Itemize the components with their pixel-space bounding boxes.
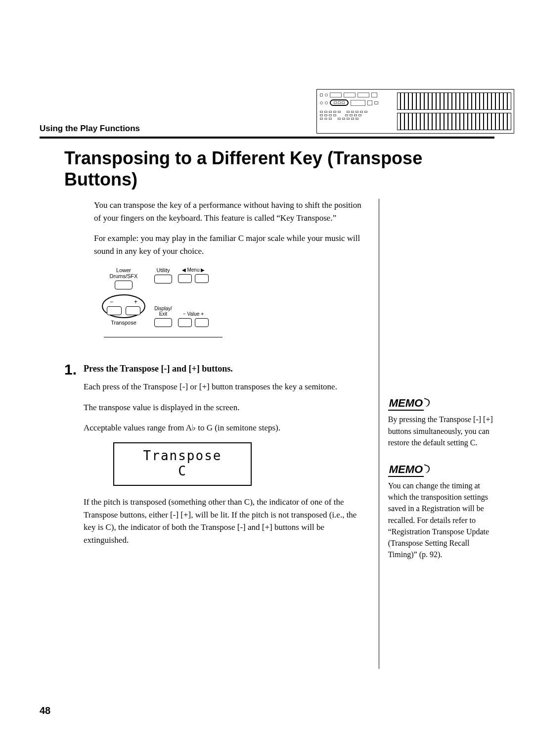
transpose-button-highlight: − + xyxy=(102,294,145,318)
lcd-display: Transpose C xyxy=(113,442,252,486)
step-number: 1. xyxy=(64,362,77,554)
memo-text-2: You can change the timing at which the t… xyxy=(388,480,494,560)
page-number: 48 xyxy=(40,705,50,716)
header-divider xyxy=(40,137,494,139)
main-column: You can transpose the key of a performan… xyxy=(94,199,364,669)
step-paragraph-3: Acceptable values range from A♭ to G (in… xyxy=(84,422,364,434)
lcd-line-1: Transpose xyxy=(120,448,245,464)
step-heading: Press the Transpose [-] and [+] buttons. xyxy=(84,362,364,376)
button-panel-diagram: Lower Drums/SFX Utility ◀ Menu ▶ xyxy=(104,267,232,337)
label-lower-drums-sfx: Lower Drums/SFX xyxy=(110,267,138,279)
label-utility: Utility xyxy=(157,267,170,273)
label-transpose: Transpose xyxy=(111,320,136,326)
memo-icon: MEMO xyxy=(388,397,424,411)
memo-icon: MEMO xyxy=(388,463,424,477)
label-value: − Value + xyxy=(183,311,204,317)
step-paragraph-4: If the pitch is transposed (something ot… xyxy=(84,496,364,546)
label-menu: ◀ Menu ▶ xyxy=(182,267,205,273)
page-title: Transposing to a Different Key (Transpos… xyxy=(64,147,494,190)
step-paragraph-2: The transpose value is displayed in the … xyxy=(84,401,364,414)
lcd-line-2: C xyxy=(120,464,245,479)
panel-diagram xyxy=(316,89,514,134)
intro-paragraph-2: For example: you may play in the familia… xyxy=(94,232,364,257)
step-paragraph-1: Each press of the Transpose [-] or [+] b… xyxy=(84,380,364,393)
label-display-exit: Display/ Exit xyxy=(154,306,172,317)
section-label: Using the Play Functions xyxy=(40,124,140,134)
label-minus: − xyxy=(110,298,113,305)
memo-text-1: By pressing the Transpose [-] [+] button… xyxy=(388,414,494,448)
label-plus: + xyxy=(134,298,137,305)
sidebar-column: MEMO By pressing the Transpose [-] [+] b… xyxy=(379,199,494,669)
intro-paragraph-1: You can transpose the key of a performan… xyxy=(94,199,364,224)
